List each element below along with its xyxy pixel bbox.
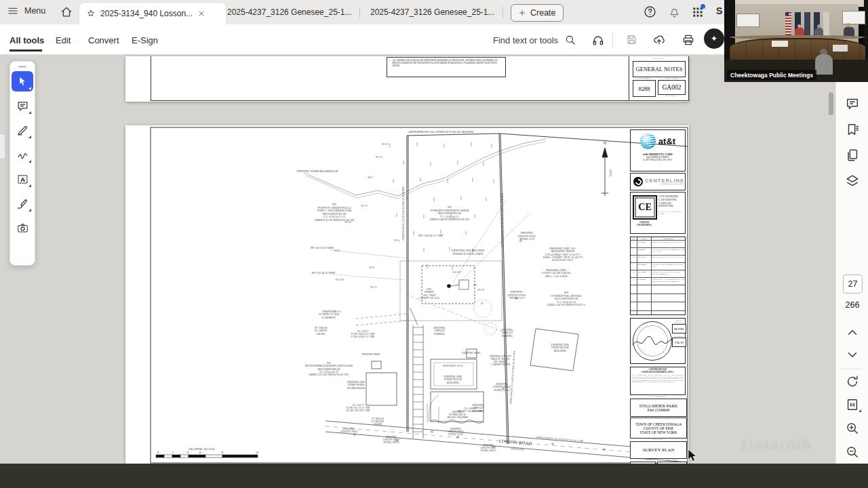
- help-button[interactable]: [643, 5, 657, 19]
- tab-esign[interactable]: E-Sign: [132, 35, 158, 45]
- jurisdiction-block: TOWN OF CHEEKTOWAGA COUNTY OF ERIE STATE…: [630, 418, 687, 439]
- cursor-icon: [16, 75, 28, 87]
- comment-icon: [16, 100, 29, 113]
- document-tab-active[interactable]: 2025-3134_940 Losson...: [79, 3, 226, 24]
- site-info-caption: SITE INFORMATION: [630, 396, 686, 398]
- centerline-logo: [633, 177, 643, 186]
- dropdown-arrow: [859, 409, 861, 412]
- att-block: at&t at&t MOBILITY CORP 6451 BRIDGE STRE…: [630, 129, 686, 171]
- left-panel-handle[interactable]: [0, 134, 5, 159]
- meeting-video-overlay[interactable]: Cheektowaga Public Meetings: [724, 0, 868, 82]
- bookmarks-panel-button[interactable]: [845, 122, 860, 137]
- close-icon[interactable]: [197, 9, 205, 18]
- audience-person: [815, 54, 833, 75]
- screen: Menu 2025-3134_940 Losson... 2025-4237_3…: [0, 0, 868, 488]
- plan-label: W1-10-T: [336, 279, 345, 281]
- tab-title: 2025-4237_3126 Genesee_25-1...: [370, 7, 495, 17]
- search-icon: [564, 34, 576, 46]
- comment-tool-button[interactable]: [12, 96, 33, 116]
- plan-label: N: [604, 141, 607, 145]
- snapshot-tool-button[interactable]: [12, 218, 33, 238]
- titleblock-general-notes: SHEET TITLE GENERAL NOTES C.E. JOB NUMBE…: [629, 56, 688, 100]
- previous-page-button[interactable]: [845, 325, 860, 340]
- sheet-number-caption: SHEET NUMBER: [659, 77, 685, 79]
- tab-convert[interactable]: Convert: [88, 35, 119, 45]
- zoom-in-icon: [845, 421, 860, 436]
- survey-drawing: APPROXIMATE LOCATION OF PARCEL BOUNDSEXI…: [125, 125, 689, 464]
- tab-all-tools[interactable]: All tools: [9, 35, 44, 45]
- page-thumbnails-button[interactable]: [845, 148, 860, 163]
- ai-assistant-button[interactable]: ✦: [704, 28, 724, 49]
- draw-tool-button[interactable]: [12, 144, 33, 165]
- plan-label: GRAPHIC SCALE: [188, 447, 214, 451]
- plan-label: 20: [187, 451, 190, 454]
- notifications-button[interactable]: [667, 5, 682, 19]
- revision-table: NO DATE COMMENTS 007/19/2023ISSUED PRELI…: [630, 237, 686, 315]
- plan-label: APPROXIMATE LOCATION OF PARCEL BOUNDS: [408, 130, 474, 134]
- document-tab[interactable]: 2025-4237_3126 Genesee_25-1...: [363, 3, 513, 21]
- menu-label: Menu: [24, 6, 45, 16]
- rev-col-comments: COMMENTS: [651, 237, 685, 240]
- vertical-scrollbar-thumb[interactable]: [829, 92, 833, 115]
- ce-address: 217 LAKE AVENUE, ROCHESTER, NY 14608: [658, 211, 683, 215]
- site-name: STIGLMEIER PARK: [639, 403, 677, 408]
- drawn-initials: T.K.W: [672, 338, 686, 347]
- fit-page-button[interactable]: [845, 397, 860, 412]
- hamburger-icon: [7, 5, 19, 17]
- plan-label: EXISTINGASPHALTPARKING: [501, 329, 513, 338]
- tab-title: 2025-3134_940 Losson...: [100, 9, 193, 18]
- plan-label: W1-13: [382, 143, 389, 146]
- zoom-in-button[interactable]: [845, 421, 860, 436]
- centerline-wordmark: CENTERLINE: [645, 178, 684, 184]
- document-tab[interactable]: 2025-4237_3126 Genesee_25-1...: [220, 3, 370, 21]
- highlight-tool-button[interactable]: [12, 120, 33, 140]
- upload-cloud-button[interactable]: [652, 33, 666, 47]
- print-button[interactable]: [682, 33, 695, 47]
- find-placeholder: Find text or tools: [493, 35, 558, 45]
- sign-tool-button[interactable]: [12, 193, 33, 214]
- site-block: STIGLMEIER PARK FA# 15349649: [630, 399, 687, 417]
- home-button[interactable]: [60, 5, 73, 19]
- next-page-button[interactable]: [845, 347, 860, 362]
- tab-separator: [359, 7, 360, 18]
- plus-icon: [518, 9, 526, 17]
- att-globe-logo: [640, 134, 656, 149]
- chevron-down-icon: [845, 347, 860, 362]
- sheet-of: SHEET 2 OF 11: [658, 95, 684, 97]
- copyright-block: COPYRIGHT 2023 COSTICH ENGINEERING, D.P.…: [630, 367, 686, 395]
- find-text-control[interactable]: Find text or tools: [493, 34, 576, 46]
- plan-label: N/FTOWN OF CHEEKTOWAGAJOHN C. STIGLMEIER…: [315, 203, 355, 222]
- windows-taskbar: zoom 7:02 PM 1/8/2026: [0, 464, 868, 488]
- toolbar-divider: [612, 33, 613, 47]
- comments-panel-button[interactable]: [845, 96, 860, 111]
- apps-grid-button[interactable]: [691, 5, 705, 19]
- page-total: 266: [836, 300, 868, 310]
- panel-drag-handle[interactable]: [18, 66, 26, 68]
- rotate-page-button[interactable]: [845, 374, 860, 389]
- help-icon: [643, 5, 657, 19]
- select-tool-button[interactable]: [12, 71, 33, 92]
- layers-panel-button[interactable]: [845, 174, 860, 188]
- read-aloud-button[interactable]: [591, 33, 605, 47]
- sheet-number: GA002: [658, 80, 686, 95]
- save-button[interactable]: [625, 33, 638, 46]
- tab-edit[interactable]: Edit: [56, 35, 71, 45]
- revision-row: [631, 302, 685, 310]
- page-number-input[interactable]: 27: [843, 274, 863, 293]
- revision-row: [631, 310, 685, 315]
- plan-label: W1-16: [344, 221, 351, 224]
- account-initial[interactable]: S: [716, 5, 722, 16]
- rev-col-date: DATE: [637, 237, 651, 240]
- menu-button[interactable]: Menu: [7, 5, 45, 17]
- revision-row: 501/08/2025ADDED WETLAND JD BOUNDARY AND…: [631, 277, 685, 285]
- revision-row: 007/19/2023ISSUED PRELIMINARY FOR REVIEW: [631, 240, 685, 247]
- revision-header: NO DATE COMMENTS: [631, 237, 685, 240]
- tab-title: 2025-4237_3126 Genesee_25-1...: [227, 7, 352, 17]
- plan-label: W1-9: [369, 266, 374, 269]
- plan-label: W1-17: [361, 205, 368, 207]
- create-button[interactable]: Create: [511, 4, 564, 22]
- create-label: Create: [530, 8, 556, 18]
- revision-row: 412/11/2024REVISED PER NYS DEC PLANNING …: [631, 270, 685, 277]
- text-box-tool-button[interactable]: [12, 169, 33, 189]
- plan-label: W1-6: [394, 239, 399, 242]
